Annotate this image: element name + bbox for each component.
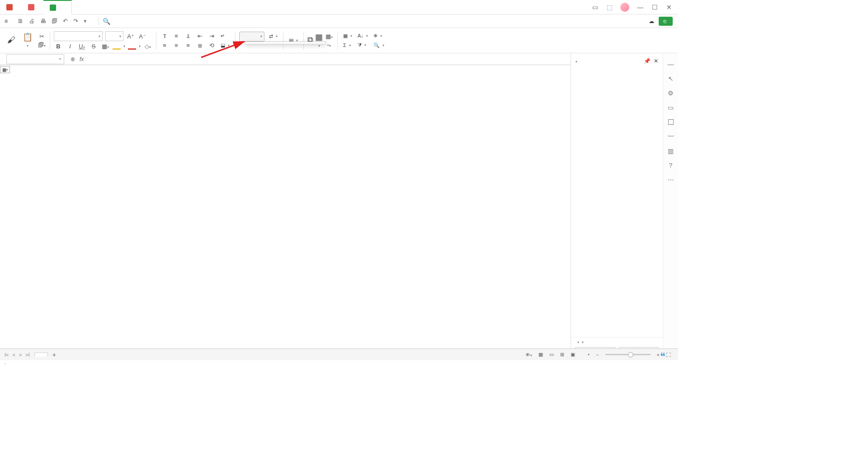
indent-dec-icon[interactable]: ⇤ bbox=[195, 33, 204, 39]
sheet-nav-first[interactable]: I< bbox=[5, 352, 9, 357]
view-normal-icon[interactable]: ▭ bbox=[549, 352, 554, 357]
freeze-button[interactable]: ❄▾ bbox=[372, 32, 386, 40]
shell-icon bbox=[28, 4, 34, 10]
sort-button[interactable]: A↓▾ bbox=[356, 32, 370, 39]
name-box[interactable]: ▾ bbox=[6, 54, 64, 64]
panel-tool-icon[interactable]: ▭ bbox=[668, 104, 674, 111]
italic-icon[interactable]: I bbox=[66, 43, 75, 50]
save-icon[interactable]: 🗎 bbox=[18, 18, 24, 24]
cube-icon[interactable]: ⬚ bbox=[606, 4, 613, 11]
fx-cancel-icon[interactable]: ⊗ bbox=[71, 56, 75, 62]
clear-format-icon[interactable]: ◇▾ bbox=[143, 43, 152, 50]
align-top-icon[interactable]: ⫪ bbox=[160, 33, 169, 39]
view-grid-icon[interactable]: ▦ bbox=[538, 352, 543, 357]
bold-icon[interactable]: B bbox=[54, 43, 63, 50]
view-page-icon[interactable]: ⊞ bbox=[560, 352, 564, 357]
sheet-nav-prev[interactable]: < bbox=[12, 352, 15, 357]
align-middle-icon[interactable]: ≡ bbox=[172, 33, 181, 39]
orientation-icon[interactable]: ⟲ bbox=[207, 42, 216, 49]
sheet-tab-bar: I< < > >I + 👁▾ ▦ ▭ ⊞ ▣ ▾ − + ⛶ bbox=[0, 348, 678, 360]
user-avatar[interactable] bbox=[620, 3, 629, 12]
border-icon[interactable]: ▦▾ bbox=[101, 43, 110, 50]
preview-icon[interactable]: 🗐 bbox=[52, 18, 57, 24]
sheet-tab[interactable] bbox=[34, 352, 48, 357]
align-center-icon[interactable]: ≡ bbox=[172, 42, 181, 49]
file-menu[interactable]: ≡ bbox=[0, 18, 14, 24]
sheet-nav-last[interactable]: >I bbox=[25, 352, 29, 357]
close-icon[interactable]: ✕ bbox=[665, 4, 673, 11]
table-style-icon[interactable]: ▦▾ bbox=[325, 33, 334, 40]
export-icon[interactable]: 🖨 bbox=[29, 18, 35, 24]
template-tab[interactable] bbox=[22, 0, 43, 14]
pane-title: ▾ bbox=[576, 58, 577, 64]
pin-icon[interactable]: 📌 bbox=[644, 58, 651, 64]
panel-icon[interactable]: ▭ bbox=[591, 4, 599, 11]
view-eye-icon[interactable]: 👁▾ bbox=[525, 352, 532, 357]
close-pane-icon[interactable]: ✕ bbox=[654, 58, 658, 64]
sheet-nav-next[interactable]: > bbox=[19, 352, 22, 357]
font-color-icon[interactable] bbox=[128, 43, 136, 50]
convert-button[interactable]: ⇄▾ bbox=[267, 33, 279, 40]
document-tab[interactable] bbox=[43, 0, 72, 14]
zoom-slider[interactable] bbox=[605, 354, 651, 355]
filter-button[interactable]: ⧩▾ bbox=[356, 41, 370, 49]
status-bar: ▫ bbox=[0, 360, 678, 367]
cell-style-icon[interactable]: ▫▾ bbox=[325, 42, 334, 48]
font-select[interactable]: ▾ bbox=[54, 31, 103, 41]
merge-button[interactable]: ⬓▾ bbox=[219, 42, 231, 49]
share-button[interactable]: ⎋ bbox=[659, 17, 673, 26]
selection-pane: ▾ 📌 ✕ ▾ ▾ bbox=[571, 54, 663, 353]
align-left-icon[interactable]: ≡ bbox=[160, 42, 169, 49]
undo-icon[interactable]: ↶ bbox=[63, 18, 68, 24]
strike-icon[interactable]: S bbox=[89, 43, 98, 50]
cloud-icon[interactable]: ☁ bbox=[649, 18, 654, 24]
fill-color-icon[interactable] bbox=[113, 43, 121, 50]
format-brush[interactable]: 🖌 bbox=[7, 35, 15, 46]
help-tool-icon[interactable]: ? bbox=[669, 162, 673, 169]
quick-access: 🗎 🖨 🖶 🗐 ↶ ↷ ▾ bbox=[14, 18, 90, 24]
fx-insert-icon[interactable]: fx bbox=[80, 56, 84, 62]
sparkline-tool-icon[interactable]: 〰 bbox=[668, 133, 674, 140]
collapse-icon[interactable]: — bbox=[668, 61, 674, 68]
number-format-select[interactable]: ▾ bbox=[239, 32, 264, 42]
print-icon[interactable]: 🖶 bbox=[40, 18, 46, 24]
find-button[interactable]: 🔍▾ bbox=[372, 42, 386, 49]
app-tab[interactable] bbox=[0, 0, 22, 14]
redo-icon[interactable]: ↷ bbox=[73, 18, 78, 24]
search-icon[interactable]: 🔍 bbox=[103, 18, 110, 25]
increase-font-icon[interactable]: A⁺ bbox=[126, 33, 135, 40]
view-reading-icon[interactable]: ▣ bbox=[571, 352, 575, 357]
underline-icon[interactable]: U▾ bbox=[77, 43, 86, 50]
insert-tool-icon[interactable]: 🞎 bbox=[668, 118, 674, 126]
font-size-select[interactable]: ▾ bbox=[105, 31, 123, 41]
zoom-out-icon[interactable]: − bbox=[596, 352, 599, 357]
indent-inc-icon[interactable]: ⇥ bbox=[207, 33, 216, 39]
align-bottom-icon[interactable]: ⫫ bbox=[184, 33, 193, 39]
titlebar: ▭ ⬚ — ☐ ✕ bbox=[0, 0, 678, 14]
copy-icon[interactable]: 🗐▾ bbox=[37, 42, 46, 48]
ribbon: 🖌 📋▾ ✂ 🗐▾ ▾ ▾ A⁺ A⁻ B I U▾ S ▦▾ ▾ ▾ ◇▾ ⫪… bbox=[0, 28, 678, 53]
spreadsheet-grid[interactable]: ▦▾ bbox=[0, 66, 567, 353]
align-right-icon[interactable]: ≡ bbox=[184, 42, 193, 49]
wrap-button[interactable]: ↵ bbox=[219, 32, 228, 40]
side-toolbar: — ↖ ⚙ ▭ 🞎 〰 ▥ ? ⋯ bbox=[663, 54, 678, 353]
status-icon[interactable]: ▫ bbox=[5, 361, 6, 366]
paste-button[interactable]: 📋▾ bbox=[23, 33, 33, 49]
minimize-icon[interactable]: — bbox=[637, 4, 644, 11]
pane-subtitle bbox=[571, 68, 663, 74]
maximize-icon[interactable]: ☐ bbox=[651, 4, 658, 11]
align-justify-icon[interactable]: ≣ bbox=[195, 42, 204, 49]
fill-button[interactable]: ▦▾ bbox=[341, 32, 354, 40]
settings-tool-icon[interactable]: ⚙ bbox=[668, 89, 674, 97]
wps-icon bbox=[6, 4, 13, 10]
more-tool-icon[interactable]: ⋯ bbox=[668, 176, 674, 183]
decrease-font-icon[interactable]: A⁻ bbox=[138, 33, 147, 40]
select-tool-icon[interactable]: ↖ bbox=[668, 75, 674, 82]
chart-tool-icon[interactable]: ▥ bbox=[668, 147, 674, 155]
cond-format-button[interactable]: ▦▾ bbox=[315, 33, 323, 49]
zoom-in-icon[interactable]: + bbox=[657, 352, 660, 357]
sum-button[interactable]: Σ▾ bbox=[341, 42, 354, 49]
autofill-options[interactable]: ▦▾ bbox=[0, 66, 10, 73]
add-sheet-button[interactable]: + bbox=[48, 351, 61, 358]
cut-icon[interactable]: ✂ bbox=[37, 33, 46, 40]
